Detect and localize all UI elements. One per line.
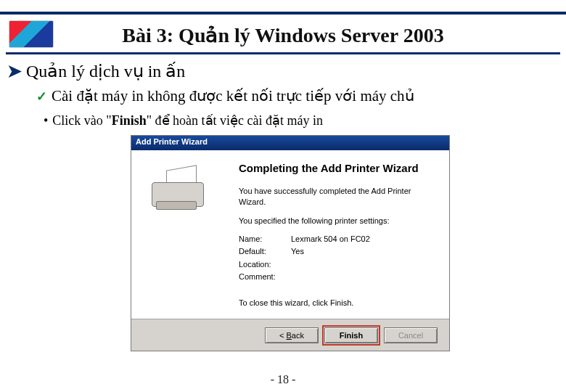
bullet-pre: Click vào " — [52, 113, 111, 128]
setting-name-value: Lexmark 504 on FC02 — [291, 234, 370, 245]
bullet-line: •Click vào "Finish" để hoàn tất việc cài… — [44, 113, 323, 128]
wizard-body: Completing the Add Printer Wizard You ha… — [131, 150, 449, 319]
printer-icon — [146, 163, 211, 214]
subpoint: ✓Cài đặt máy in không được kết nối trực … — [36, 87, 559, 105]
setting-comment-label: Comment: — [239, 271, 291, 282]
section-heading: ➤Quản lý dịch vụ in ấn — [7, 61, 559, 81]
setting-name-label: Name: — [239, 234, 291, 245]
back-rest: ack — [292, 331, 304, 340]
bullet-strong: Finish — [112, 113, 147, 128]
top-band — [0, 12, 566, 15]
wizard-desc-1: You have successfully completed the Add … — [239, 186, 436, 208]
page-number: - 18 - — [0, 373, 566, 386]
wizard-footer: < Back Finish Cancel — [131, 319, 449, 351]
page-title: Bài 3: Quản lý Windows Server 2003 — [0, 23, 566, 47]
setting-name: Name: Lexmark 504 on FC02 — [239, 234, 436, 245]
subpoint-text: Cài đặt máy in không được kết nối trực t… — [52, 87, 414, 105]
wizard-right-panel: Completing the Add Printer Wizard You ha… — [226, 150, 449, 319]
section-text: Quản lý dịch vụ in ấn — [26, 62, 185, 81]
back-button[interactable]: < Back — [265, 327, 319, 343]
wizard-close-hint: To close this wizard, click Finish. — [239, 298, 353, 307]
wizard-titlebar: Add Printer Wizard — [131, 136, 449, 150]
arrow-icon: ➤ — [7, 62, 22, 81]
back-prefix: < — [279, 331, 286, 340]
cancel-button[interactable]: Cancel — [384, 327, 438, 343]
setting-default-label: Default: — [239, 246, 291, 257]
wizard-heading: Completing the Add Printer Wizard — [239, 162, 436, 176]
bullet-dot-icon: • — [44, 113, 48, 128]
finish-button[interactable]: Finish — [324, 327, 378, 343]
setting-location: Location: — [239, 259, 436, 270]
wizard-left-panel — [131, 150, 226, 319]
setting-default: Default: Yes — [239, 246, 436, 257]
title-underline — [6, 52, 560, 54]
setting-comment: Comment: — [239, 271, 436, 282]
setting-location-label: Location: — [239, 259, 291, 270]
wizard-desc-2: You specified the following printer sett… — [239, 216, 436, 226]
back-underline: B — [287, 331, 292, 340]
check-icon: ✓ — [36, 89, 47, 104]
add-printer-wizard-window: Add Printer Wizard Completing the Add Pr… — [131, 135, 450, 351]
setting-default-value: Yes — [291, 246, 304, 257]
bullet-post: " để hoàn tất việc cài đặt máy in — [147, 113, 323, 128]
